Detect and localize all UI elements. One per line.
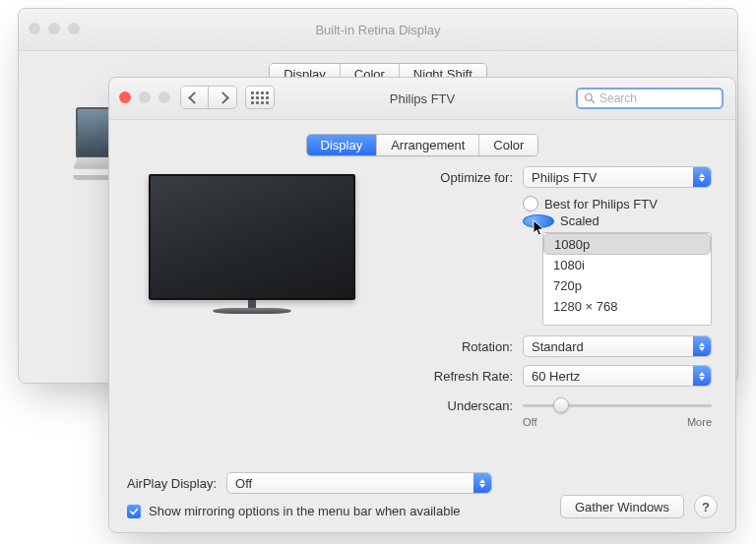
back-titlebar: Built-in Retina Display bbox=[19, 9, 737, 51]
radio-best[interactable] bbox=[523, 196, 538, 212]
front-window-title: Philips FTV bbox=[390, 91, 455, 106]
search-input[interactable] bbox=[596, 91, 749, 106]
tab-arrangement[interactable]: Arrangement bbox=[377, 135, 479, 155]
svg-line-1 bbox=[592, 100, 595, 103]
minimize-icon[interactable] bbox=[139, 91, 151, 103]
optimize-label: Optimize for: bbox=[418, 170, 523, 185]
front-tabs-row: Display Arrangement Color bbox=[109, 120, 735, 166]
airplay-select[interactable]: Off bbox=[226, 472, 492, 494]
airplay-row: AirPlay Display: Off bbox=[127, 472, 718, 494]
close-icon[interactable] bbox=[29, 23, 40, 34]
underscan-row: Underscan: Off More bbox=[418, 394, 712, 416]
tab-color[interactable]: Color bbox=[479, 135, 537, 155]
front-traffic-lights bbox=[119, 91, 170, 103]
front-titlebar: Philips FTV bbox=[109, 78, 735, 120]
back-button[interactable] bbox=[181, 87, 209, 108]
airplay-label: AirPlay Display: bbox=[127, 476, 217, 491]
optimize-select[interactable]: Philips FTV bbox=[523, 166, 712, 188]
rotation-row: Rotation: Standard bbox=[418, 335, 712, 357]
optimize-row: Optimize for: Philips FTV bbox=[418, 166, 712, 188]
resolution-list[interactable]: 1080p 1080i 720p 1280 × 768 bbox=[542, 232, 712, 326]
stepper-icon bbox=[473, 473, 491, 493]
nav-buttons bbox=[180, 86, 237, 109]
stepper-icon bbox=[693, 167, 711, 187]
rotation-label: Rotation: bbox=[418, 339, 523, 354]
airplay-value: Off bbox=[235, 476, 252, 491]
front-body: Optimize for: Philips FTV Best for Phili… bbox=[109, 166, 735, 448]
radio-best-row[interactable]: Best for Philips FTV bbox=[523, 196, 712, 212]
maximize-icon[interactable] bbox=[158, 91, 170, 103]
tv-illustration bbox=[149, 174, 355, 314]
refresh-value: 60 Hertz bbox=[532, 369, 580, 384]
resolution-option[interactable]: 1080p bbox=[543, 233, 711, 255]
mirroring-label: Show mirroring options in the menu bar w… bbox=[149, 504, 461, 518]
grid-icon bbox=[251, 91, 269, 104]
search-icon bbox=[584, 92, 596, 104]
radio-scaled[interactable] bbox=[523, 214, 554, 228]
slider-knob[interactable] bbox=[553, 397, 569, 413]
maximize-icon[interactable] bbox=[68, 23, 80, 34]
forward-button[interactable] bbox=[209, 87, 236, 108]
stepper-icon bbox=[693, 336, 711, 356]
chevron-left-icon bbox=[188, 91, 201, 104]
radio-best-label: Best for Philips FTV bbox=[544, 197, 658, 212]
toolbar bbox=[180, 86, 275, 109]
refresh-row: Refresh Rate: 60 Hertz bbox=[418, 365, 712, 387]
radio-scaled-row[interactable]: Scaled bbox=[523, 213, 712, 228]
back-traffic-lights bbox=[29, 23, 80, 34]
chevron-right-icon bbox=[217, 91, 229, 104]
underscan-label: Underscan: bbox=[418, 398, 523, 413]
resolution-option[interactable]: 1080i bbox=[543, 255, 711, 275]
slider-track bbox=[523, 404, 712, 407]
slider-max-label: More bbox=[687, 416, 712, 428]
bottom-right-controls: Gather Windows ? bbox=[560, 495, 718, 518]
help-button[interactable]: ? bbox=[694, 495, 718, 518]
back-window-title: Built-in Retina Display bbox=[315, 23, 440, 37]
resolution-option[interactable]: 1280 × 768 bbox=[543, 296, 711, 317]
close-icon[interactable] bbox=[119, 91, 131, 103]
gather-windows-label: Gather Windows bbox=[575, 500, 669, 514]
stepper-icon bbox=[693, 366, 711, 386]
mirroring-checkbox[interactable] bbox=[127, 505, 141, 518]
slider-min-label: Off bbox=[523, 416, 536, 428]
refresh-select[interactable]: 60 Hertz bbox=[523, 365, 712, 387]
rotation-select[interactable]: Standard bbox=[523, 335, 712, 357]
foreground-window: Philips FTV Display Arrangement Color O bbox=[108, 77, 736, 533]
show-all-button[interactable] bbox=[245, 86, 275, 109]
rotation-value: Standard bbox=[532, 339, 584, 354]
tab-display[interactable]: Display bbox=[307, 135, 378, 155]
minimize-icon[interactable] bbox=[48, 23, 60, 34]
optimize-value: Philips FTV bbox=[532, 170, 597, 185]
slider-labels: Off More bbox=[523, 416, 712, 428]
gather-windows-button[interactable]: Gather Windows bbox=[560, 495, 684, 518]
settings-column: Optimize for: Philips FTV Best for Phili… bbox=[418, 166, 712, 448]
refresh-label: Refresh Rate: bbox=[418, 369, 523, 384]
resolution-option[interactable]: 720p bbox=[543, 275, 711, 296]
search-field[interactable] bbox=[576, 88, 724, 109]
radio-scaled-label: Scaled bbox=[560, 213, 599, 228]
bottom-bar: AirPlay Display: Off Show mirroring opti… bbox=[109, 462, 735, 532]
front-segmented-control[interactable]: Display Arrangement Color bbox=[306, 134, 539, 156]
underscan-slider[interactable]: Off More bbox=[523, 394, 712, 416]
check-icon bbox=[129, 507, 139, 516]
